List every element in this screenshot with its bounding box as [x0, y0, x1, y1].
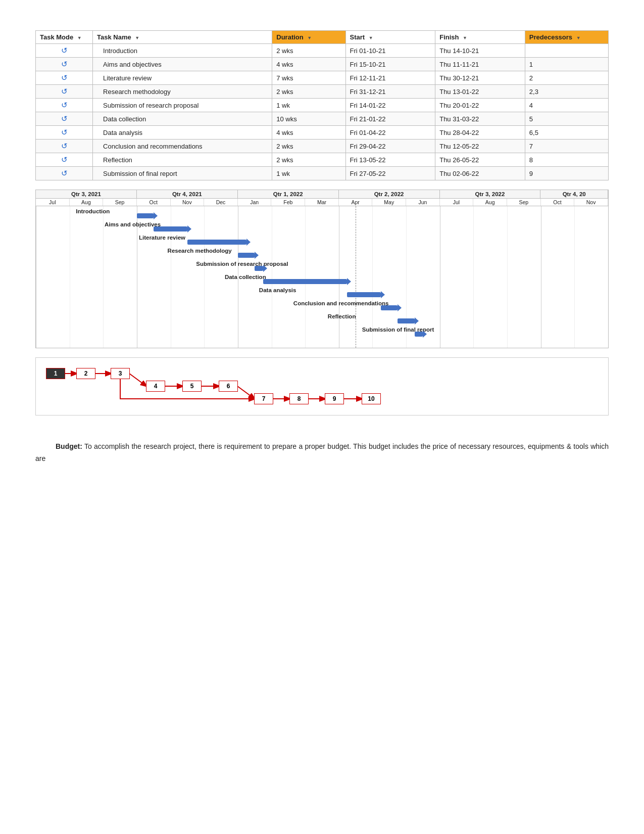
task-name-cell: Reflection — [93, 153, 272, 167]
task-finish-cell: Thu 20-01-22 — [435, 99, 525, 112]
task-finish-cell: Thu 30-12-21 — [435, 71, 525, 85]
gantt-task-row: Data analysis — [36, 285, 608, 298]
budget-label: Budget: — [56, 442, 82, 450]
network-node: 8 — [289, 393, 309, 404]
th-finish[interactable]: Finish ▼ — [435, 31, 525, 44]
gantt-bar — [187, 240, 246, 245]
th-task-mode[interactable]: Task Mode ▼ — [36, 31, 93, 44]
task-icon: ↺ — [61, 46, 68, 55]
task-mode-cell: ↺ — [36, 153, 93, 167]
task-start-cell: Fri 31-12-21 — [345, 85, 435, 99]
table-row: ↺Research methodology2 wksFri 31-12-21Th… — [36, 85, 609, 99]
task-name-cell: Submission of final report — [93, 167, 272, 180]
task-finish-cell: Thu 28-04-22 — [435, 126, 525, 140]
gantt-month-cell: Sep — [507, 199, 541, 206]
task-icon: ↺ — [61, 73, 68, 82]
gantt-task-label: Literature review — [139, 235, 185, 241]
gantt-quarter: Qtr 4, 2021 — [137, 190, 238, 198]
body-text-section: Budget: To accomplish the research proje… — [35, 441, 609, 465]
task-duration-cell: 2 wks — [272, 140, 345, 153]
gantt-bar-tip — [263, 265, 267, 272]
task-icon: ↺ — [61, 60, 68, 68]
network-node: 2 — [76, 368, 95, 379]
gantt-month-cell: Dec — [204, 199, 238, 206]
task-start-cell: Fri 01-04-22 — [345, 126, 435, 140]
network-svg — [36, 358, 608, 415]
task-duration-cell: 1 wk — [272, 99, 345, 112]
network-node: 9 — [325, 393, 344, 404]
gantt-bar-tip — [381, 291, 385, 298]
budget-text: To accomplish the research project, ther… — [35, 442, 609, 462]
th-predecessors[interactable]: Predecessors ▼ — [525, 31, 608, 44]
table-row: ↺Submission of research proposal1 wkFri … — [36, 99, 609, 112]
gantt-month-cell: Jul — [440, 199, 474, 206]
gantt-task-label: Conclusion and recommendations — [293, 300, 389, 306]
network-node: 4 — [146, 381, 165, 392]
task-start-cell: Fri 21-01-22 — [345, 112, 435, 126]
task-pred-cell: 8 — [525, 153, 608, 167]
sort-icon: ▼ — [576, 35, 581, 40]
sort-icon: ▼ — [77, 35, 82, 40]
network-node: 7 — [254, 393, 273, 404]
gantt-month-cell: Apr — [339, 199, 373, 206]
task-icon: ↺ — [61, 114, 68, 123]
gantt-quarter: Qtr 3, 2022 — [440, 190, 541, 198]
task-start-cell: Fri 27-05-22 — [345, 167, 435, 180]
gantt-task-row: Aims and objectives — [36, 219, 608, 233]
task-icon: ↺ — [61, 155, 68, 164]
task-name-cell: Introduction — [93, 44, 272, 58]
gantt-bar-tip — [246, 239, 251, 246]
gantt-task-label: Aims and objectives — [105, 221, 161, 227]
gantt-quarter: Qtr 4, 20 — [540, 190, 608, 198]
gantt-bar-tip — [154, 212, 158, 219]
th-start[interactable]: Start ▼ — [345, 31, 435, 44]
gantt-bar — [137, 213, 154, 218]
task-mode-cell: ↺ — [36, 44, 93, 58]
task-duration-cell: 4 wks — [272, 126, 345, 140]
gantt-bar-tip — [255, 252, 259, 259]
table-row: ↺Submission of final report1 wkFri 27-05… — [36, 167, 609, 180]
task-mode-cell: ↺ — [36, 140, 93, 153]
gantt-task-row: Literature review — [36, 233, 608, 246]
network-node: 3 — [111, 368, 130, 379]
gantt-task-row: Research methodology — [36, 246, 608, 259]
task-duration-cell: 1 wk — [272, 167, 345, 180]
gantt-task-row: Data collection — [36, 272, 608, 285]
task-finish-cell: Thu 14-10-21 — [435, 44, 525, 58]
gantt-bar — [154, 226, 187, 231]
sort-icon: ▼ — [135, 35, 139, 40]
task-start-cell: Fri 15-10-21 — [345, 58, 435, 71]
task-pred-cell: 9 — [525, 167, 608, 180]
task-name-cell: Submission of research proposal — [93, 99, 272, 112]
table-row: ↺Data analysis4 wksFri 01-04-22Thu 28-04… — [36, 126, 609, 140]
svg-line-2 — [129, 374, 146, 386]
task-name-cell: Conclusion and recommendations — [93, 140, 272, 153]
task-mode-cell: ↺ — [36, 85, 93, 99]
task-icon: ↺ — [61, 142, 68, 150]
gantt-bar — [415, 332, 423, 337]
task-pred-cell: 2,3 — [525, 85, 608, 99]
task-icon: ↺ — [61, 87, 68, 96]
gantt-task-label: Data analysis — [259, 287, 296, 293]
gantt-chart: Qtr 3, 2021Qtr 4, 2021Qtr 1, 2022Qtr 2, … — [35, 190, 609, 348]
th-task-name[interactable]: Task Name ▼ — [93, 31, 272, 44]
task-name-cell: Literature review — [93, 71, 272, 85]
gantt-month-cell: Sep — [103, 199, 137, 206]
gantt-month-cell: Feb — [271, 199, 305, 206]
task-start-cell: Fri 12-11-21 — [345, 71, 435, 85]
table-header-row: Task Mode ▼ Task Name ▼ Duration ▼ Start… — [36, 31, 609, 44]
th-duration[interactable]: Duration ▼ — [272, 31, 345, 44]
network-node: 10 — [362, 393, 381, 404]
task-finish-cell: Thu 26-05-22 — [435, 153, 525, 167]
task-finish-cell: Thu 12-05-22 — [435, 140, 525, 153]
sort-icon: ▼ — [369, 35, 373, 40]
task-pred-cell: 7 — [525, 140, 608, 153]
table-row: ↺Reflection2 wksFri 13-05-22Thu 26-05-22… — [36, 153, 609, 167]
task-mode-cell: ↺ — [36, 167, 93, 180]
gantt-quarter: Qtr 2, 2022 — [339, 190, 440, 198]
task-finish-cell: Thu 13-01-22 — [435, 85, 525, 99]
gantt-month-cell: Jun — [406, 199, 440, 206]
task-duration-cell: 2 wks — [272, 44, 345, 58]
gantt-task-label: Reflection — [328, 313, 356, 319]
gantt-bar — [255, 266, 263, 271]
